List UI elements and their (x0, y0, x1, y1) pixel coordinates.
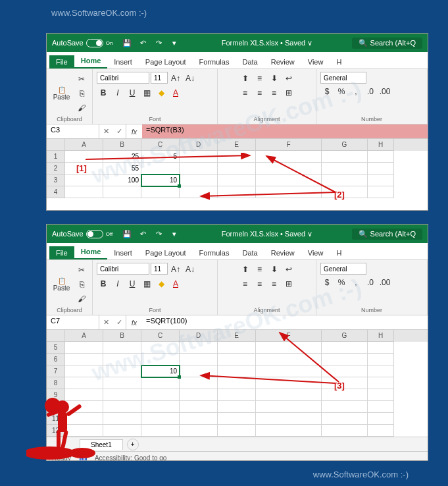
col-header[interactable]: H (368, 330, 394, 342)
cell[interactable] (256, 354, 322, 365)
col-header[interactable]: H (368, 139, 394, 151)
enter-icon[interactable]: ✓ (112, 315, 126, 329)
cell[interactable] (141, 354, 180, 365)
col-header[interactable]: A (65, 139, 103, 151)
cell[interactable] (180, 151, 218, 163)
tab-home[interactable]: Home (74, 245, 108, 259)
tab-more[interactable]: H (330, 55, 348, 68)
cell[interactable] (256, 175, 322, 186)
cell[interactable] (368, 354, 394, 365)
align-middle-icon[interactable]: ≡ (253, 263, 266, 276)
tab-review[interactable]: Review (264, 246, 301, 259)
redo-icon[interactable]: ↷ (153, 228, 164, 240)
comma-icon[interactable]: , (349, 85, 362, 98)
copy-icon[interactable]: ⎘ (75, 87, 88, 100)
cell[interactable] (218, 342, 256, 354)
decrease-decimal-icon[interactable]: .00 (378, 85, 391, 98)
increase-font-icon[interactable]: A↑ (169, 263, 182, 276)
underline-button[interactable]: U (126, 277, 139, 290)
formula-input[interactable]: =SQRT(100) (142, 315, 428, 329)
cell[interactable] (141, 186, 180, 198)
col-header[interactable]: G (322, 139, 368, 151)
border-icon[interactable]: ▦ (140, 277, 153, 290)
cell[interactable] (368, 377, 394, 389)
row-header[interactable]: 1 (47, 151, 65, 163)
cell[interactable] (65, 151, 103, 163)
cell[interactable] (256, 163, 322, 175)
align-bottom-icon[interactable]: ⬇ (268, 72, 281, 85)
number-format-select[interactable] (320, 263, 366, 275)
merge-icon[interactable]: ⊞ (282, 86, 295, 99)
cell[interactable] (368, 413, 394, 425)
row-header[interactable]: 7 (47, 365, 65, 377)
align-left-icon[interactable]: ≡ (239, 277, 252, 290)
cell[interactable] (218, 354, 256, 365)
fill-color-icon[interactable]: ◆ (155, 86, 168, 99)
cell[interactable] (218, 401, 256, 413)
save-icon[interactable]: 💾 (121, 228, 133, 240)
cell[interactable] (322, 401, 368, 413)
increase-decimal-icon[interactable]: .0 (364, 276, 377, 289)
cancel-icon[interactable]: ✕ (99, 124, 112, 138)
col-header[interactable]: B (103, 330, 141, 342)
cell[interactable] (141, 342, 180, 354)
font-size-input[interactable] (151, 263, 168, 275)
border-icon[interactable]: ▦ (140, 86, 153, 99)
merge-icon[interactable]: ⊞ (282, 277, 295, 290)
paste-button[interactable]: 📋 Paste (51, 268, 72, 301)
autosave-toggle[interactable]: AutoSave On (52, 39, 112, 47)
decrease-font-icon[interactable]: A↓ (184, 72, 197, 85)
cut-icon[interactable]: ✂ (75, 263, 88, 277)
tab-formulas[interactable]: Formulas (193, 55, 236, 68)
document-title[interactable]: Formeln XLS.xlsx • Saved ∨ (182, 230, 351, 238)
cell[interactable] (368, 401, 394, 413)
align-right-icon[interactable]: ≡ (268, 277, 281, 290)
cell[interactable] (180, 365, 218, 377)
cell[interactable] (141, 413, 180, 425)
underline-button[interactable]: U (126, 86, 139, 99)
select-all-corner[interactable] (47, 330, 65, 342)
cell[interactable] (180, 425, 218, 437)
wrap-text-icon[interactable]: ↩ (282, 263, 295, 276)
cell[interactable] (218, 186, 256, 198)
cell[interactable] (65, 342, 103, 354)
align-right-icon[interactable]: ≡ (268, 86, 281, 99)
align-left-icon[interactable]: ≡ (239, 86, 252, 99)
tab-page-layout[interactable]: Page Layout (139, 55, 193, 68)
formula-input[interactable]: =SQRT(B3) (142, 124, 428, 138)
tab-data[interactable]: Data (236, 55, 264, 68)
cell[interactable] (141, 401, 180, 413)
cell[interactable] (141, 163, 180, 175)
enter-icon[interactable]: ✓ (112, 124, 126, 138)
paste-button[interactable]: 📋 Paste (51, 77, 72, 110)
tab-page-layout[interactable]: Page Layout (139, 246, 193, 259)
cell[interactable] (180, 401, 218, 413)
align-bottom-icon[interactable]: ⬇ (268, 263, 281, 276)
cell[interactable] (103, 389, 141, 401)
cell[interactable] (103, 425, 141, 437)
col-header[interactable]: C (141, 139, 180, 151)
cell[interactable] (218, 175, 256, 186)
cell[interactable] (322, 175, 368, 186)
cell[interactable]: 5 (141, 151, 180, 163)
cell[interactable] (256, 186, 322, 198)
cell[interactable]: 25 (103, 151, 141, 163)
cell[interactable] (65, 175, 103, 186)
font-size-input[interactable] (151, 72, 168, 84)
tab-home[interactable]: Home (74, 54, 108, 68)
redo-icon[interactable]: ↷ (153, 37, 164, 49)
col-header[interactable]: E (218, 139, 256, 151)
col-header[interactable]: F (256, 330, 322, 342)
cell-selected[interactable]: 10 (141, 365, 180, 377)
bold-button[interactable]: B (97, 86, 110, 99)
format-painter-icon[interactable]: 🖌 (75, 292, 88, 306)
copy-icon[interactable]: ⎘ (75, 278, 88, 291)
fill-color-icon[interactable]: ◆ (155, 277, 168, 290)
tab-review[interactable]: Review (264, 55, 301, 68)
cell[interactable] (141, 389, 180, 401)
cell[interactable] (180, 342, 218, 354)
wrap-text-icon[interactable]: ↩ (282, 72, 295, 85)
italic-button[interactable]: I (111, 86, 124, 99)
col-header[interactable]: D (180, 330, 218, 342)
cell[interactable] (103, 413, 141, 425)
